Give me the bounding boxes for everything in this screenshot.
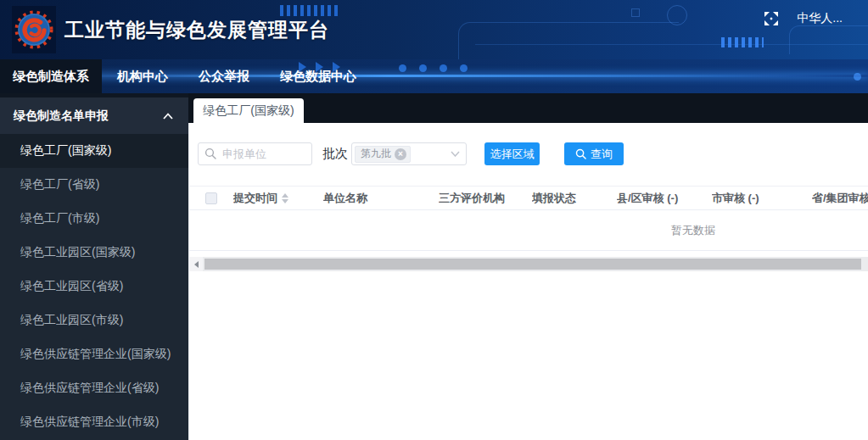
tab-strip: 绿色工厂(国家级) — [188, 93, 868, 123]
username-label[interactable]: 中华人... — [797, 11, 843, 26]
query-button[interactable]: 查询 — [564, 142, 624, 165]
sidebar-item-label: 绿色供应链管理企业(国家级) — [20, 347, 171, 362]
circuit-line-decoration — [475, 44, 868, 45]
table-column-header[interactable]: 提交时间 — [233, 191, 323, 206]
table-column-header[interactable]: 县/区审核 (-) — [617, 191, 712, 206]
table-column-header[interactable]: 三方评价机构 — [439, 191, 532, 206]
sidebar-menu-item[interactable]: 绿色供应链管理企业(国家级) — [0, 337, 188, 371]
table-scroll-content: 提交时间 单位名称 — [189, 187, 868, 251]
sidebar-menu-item[interactable]: 绿色供应链管理企业(省级) — [0, 371, 188, 405]
sidebar-menu-item[interactable]: 绿色工厂(国家级) — [0, 134, 188, 168]
nav-item-label: 公众举报 — [199, 69, 249, 85]
primary-nav: 绿色制造体系 机构中心 公众举报 绿色数据中心 — [0, 59, 868, 93]
app-logo — [12, 6, 56, 53]
checkbox-cell — [189, 192, 233, 204]
select-region-button[interactable]: 选择区域 — [484, 142, 540, 165]
sidebar-item-label: 绿色供应链管理企业(省级) — [20, 381, 159, 396]
column-header-label: 省/集团审核 (-) — [812, 191, 868, 206]
dot-decoration — [854, 73, 861, 81]
dot-decoration — [419, 64, 427, 72]
chevron-up-icon — [163, 113, 173, 120]
app-window: 工业节能与绿色发展管理平台 中华人... 绿色制造体系 — [0, 0, 868, 440]
sidebar: 绿色制造名单申报 绿色工厂(国家级) 绿色工厂(省级) 绿色工厂(市级) — [0, 93, 188, 440]
sidebar-group-declaration[interactable]: 绿色制造名单申报 — [0, 97, 188, 134]
tab-label: 绿色工厂(国家级) — [203, 103, 294, 119]
sidebar-item-label: 绿色工厂(市级) — [20, 211, 99, 226]
table-column-header[interactable]: 市审核 (-) — [712, 191, 812, 206]
fullscreen-expand-icon[interactable] — [764, 12, 778, 25]
sidebar-item-label: 绿色工厂(省级) — [20, 177, 99, 192]
table-header-row: 提交时间 单位名称 — [189, 187, 868, 210]
toolbar: 批次 第九批 × 选择区域 — [198, 142, 868, 165]
sidebar-item-label: 绿色工业园区(国家级) — [20, 245, 135, 260]
dot-decoration — [460, 64, 468, 72]
body-row: 绿色制造名单申报 绿色工厂(国家级) 绿色工厂(省级) 绿色工厂(市级) — [0, 93, 868, 440]
sort-asc-icon — [282, 193, 288, 198]
top-header: 工业节能与绿色发展管理平台 中华人... — [0, 0, 868, 59]
app-title: 工业节能与绿色发展管理平台 — [64, 17, 329, 43]
sidebar-menu-item[interactable]: 绿色工业园区(国家级) — [0, 236, 188, 270]
search-icon — [204, 148, 216, 159]
dot-decoration — [399, 64, 406, 72]
table-column-header[interactable]: 省/集团审核 (-) — [812, 191, 868, 206]
sidebar-group-label: 绿色制造名单申报 — [14, 109, 109, 124]
nav-item-label: 机构中心 — [117, 69, 168, 85]
scrollbar-thumb[interactable] — [204, 259, 861, 270]
column-header-label: 填报状态 — [532, 191, 576, 206]
tab-green-factory-national[interactable]: 绿色工厂(国家级) — [193, 98, 304, 123]
sort-carets-icon[interactable] — [282, 193, 288, 203]
sidebar-menu-item[interactable]: 绿色工业园区(市级) — [0, 304, 188, 337]
sidebar-menu: 绿色工厂(国家级) 绿色工厂(省级) 绿色工厂(市级) 绿色工业园区(国家级) — [0, 134, 188, 440]
nav-item[interactable]: 绿色数据中心 — [268, 59, 368, 93]
nav-item[interactable]: 绿色制造体系 — [0, 59, 102, 93]
circuit-ticks-decoration — [721, 37, 764, 47]
nav-item[interactable]: 机构中心 — [105, 59, 180, 93]
batch-tag-label: 第九批 — [361, 147, 391, 161]
query-button-label: 查询 — [591, 147, 613, 162]
empty-state: 暂无数据 — [189, 210, 868, 251]
horizontal-scrollbar[interactable] — [189, 257, 868, 271]
sidebar-item-label: 绿色工业园区(市级) — [20, 313, 123, 328]
column-header-label: 提交时间 — [233, 191, 277, 206]
select-all-checkbox[interactable] — [205, 192, 217, 204]
sidebar-menu-item[interactable]: 绿色工厂(省级) — [0, 168, 188, 202]
table-column-header[interactable]: 填报状态 — [532, 191, 617, 206]
gear-swirl-logo-icon — [14, 10, 53, 49]
tag-close-icon[interactable]: × — [395, 148, 406, 160]
column-header-label: 三方评价机构 — [439, 191, 505, 206]
column-header-label: 县/区审核 (-) — [617, 191, 678, 206]
column-header-label: 单位名称 — [323, 191, 367, 206]
header-right-area: 中华人... — [764, 0, 843, 37]
circuit-ticks-decoration — [280, 5, 341, 16]
content-area: 批次 第九批 × 选择区域 — [188, 123, 868, 440]
batch-selected-tag: 第九批 × — [355, 146, 411, 163]
nav-item-label: 绿色数据中心 — [280, 69, 356, 85]
left-triangle-icon — [194, 261, 199, 268]
circuit-node-decoration — [631, 8, 640, 17]
main-panel: 绿色工厂(国家级) 批次 第九批 — [188, 93, 868, 440]
batch-label: 批次 — [322, 146, 348, 162]
search-box — [198, 142, 312, 165]
table-column-header[interactable]: 单位名称 — [323, 191, 439, 206]
select-region-label: 选择区域 — [490, 147, 535, 162]
nav-item[interactable]: 公众举报 — [187, 59, 261, 93]
empty-state-text: 暂无数据 — [671, 223, 715, 238]
circuit-trace-decoration — [458, 22, 679, 59]
scrollbar-left-arrow[interactable] — [189, 257, 203, 271]
circuit-node-decoration — [667, 5, 687, 25]
sidebar-item-label: 绿色供应链管理企业(市级) — [20, 415, 159, 430]
sidebar-menu-item[interactable]: 绿色工业园区(省级) — [0, 270, 188, 304]
sidebar-item-label: 绿色工厂(国家级) — [20, 143, 111, 159]
sidebar-menu-item[interactable]: 绿色工厂(市级) — [0, 202, 188, 236]
sidebar-item-label: 绿色工业园区(省级) — [20, 279, 123, 294]
chevron-down-icon — [451, 151, 460, 157]
results-table: 提交时间 单位名称 — [189, 186, 868, 251]
sort-desc-icon — [282, 199, 288, 203]
nav-item-label: 绿色制造体系 — [13, 69, 89, 85]
dot-decoration — [440, 64, 447, 72]
batch-select[interactable]: 第九批 × — [351, 142, 467, 165]
column-header-label: 市审核 (-) — [712, 191, 759, 206]
sidebar-menu-item[interactable]: 绿色供应链管理企业(市级) — [0, 405, 188, 439]
search-icon — [575, 148, 586, 159]
